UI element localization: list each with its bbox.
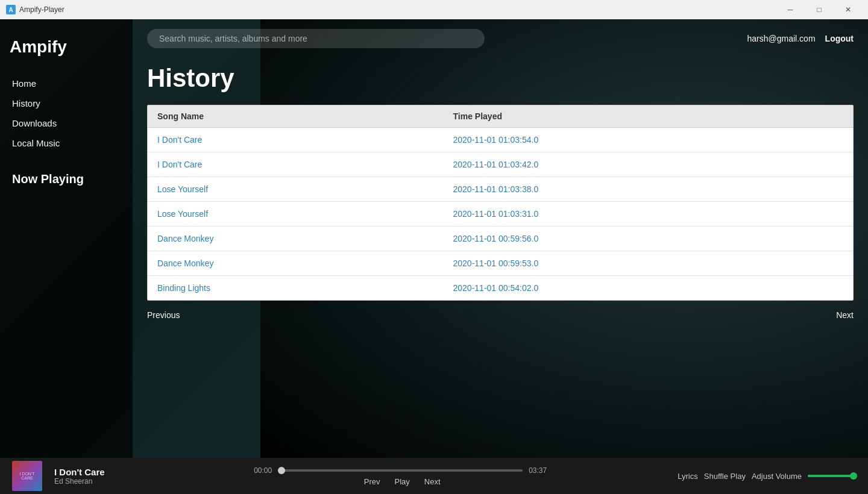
player-progress-row: 00:00 03:37: [139, 466, 665, 475]
sidebar-logo: Ampify: [10, 37, 123, 57]
current-time: 00:00: [254, 466, 275, 475]
player-controls: 00:00 03:37 Prev Play Next: [139, 466, 665, 486]
next-button[interactable]: Next: [836, 310, 854, 320]
album-art-text: I DON'T CARE: [13, 472, 41, 480]
play-button[interactable]: Play: [394, 477, 409, 486]
total-time: 03:37: [529, 466, 550, 475]
table-header-row: Song Name Time Played: [148, 105, 853, 128]
player-buttons-row: Prev Play Next: [364, 477, 441, 486]
song-name-cell: Dance Monkey: [148, 251, 444, 276]
logout-button[interactable]: Logout: [825, 34, 854, 43]
progress-handle[interactable]: [278, 467, 285, 474]
album-art: I DON'T CARE: [12, 461, 42, 491]
table-row[interactable]: Binding Lights2020-11-01 00:54:02.0: [148, 276, 853, 301]
header-user: harsh@gmail.com Logout: [747, 34, 854, 43]
next-button[interactable]: Next: [424, 477, 441, 486]
table-row[interactable]: Lose Yourself2020-11-01 01:03:31.0: [148, 202, 853, 227]
player-info: I Don't Care Ed Sheeran: [54, 467, 127, 486]
time-played-cell: 2020-11-01 01:03:31.0: [444, 202, 853, 227]
player-right: Lyrics Shuffle Play Adjust Volume: [678, 472, 856, 481]
song-name-cell: I Don't Care: [148, 128, 444, 152]
player-bar: I DON'T CARE I Don't Care Ed Sheeran 00:…: [0, 458, 868, 494]
song-name-cell: Binding Lights: [148, 276, 444, 301]
table-row[interactable]: I Don't Care2020-11-01 01:03:54.0: [148, 128, 853, 152]
history-table: Song Name Time Played I Don't Care2020-1…: [148, 105, 853, 300]
volume-label: Adjust Volume: [752, 472, 802, 481]
col-time-played: Time Played: [444, 105, 853, 128]
volume-bar[interactable]: [808, 475, 856, 477]
time-played-cell: 2020-11-01 01:03:38.0: [444, 177, 853, 202]
app-icon: A: [6, 5, 16, 14]
table-row[interactable]: Lose Yourself2020-11-01 01:03:38.0: [148, 177, 853, 202]
table-row[interactable]: Dance Monkey2020-11-01 00:59:56.0: [148, 227, 853, 251]
maximize-button[interactable]: □: [805, 0, 833, 19]
song-name-cell: Dance Monkey: [148, 227, 444, 251]
sidebar-item-home[interactable]: Home: [10, 75, 123, 92]
sidebar-item-downloads[interactable]: Downloads: [10, 114, 123, 132]
page-title: History: [133, 58, 868, 105]
table-row[interactable]: I Don't Care2020-11-01 01:03:42.0: [148, 152, 853, 177]
now-playing-label: Now Playing: [10, 169, 123, 190]
titlebar-title: Ampify-Player: [19, 5, 776, 14]
app-body: Ampify Home History Downloads Local Musi…: [0, 19, 868, 494]
history-table-container: Song Name Time Played I Don't Care2020-1…: [147, 105, 854, 301]
col-song-name: Song Name: [148, 105, 444, 128]
user-email: harsh@gmail.com: [747, 34, 816, 43]
titlebar: A Ampify-Player ─ □ ✕: [0, 0, 868, 19]
table-row[interactable]: Dance Monkey2020-11-01 00:59:53.0: [148, 251, 853, 276]
song-name-cell: Lose Yourself: [148, 202, 444, 227]
volume-fill: [808, 475, 851, 477]
song-name-cell: Lose Yourself: [148, 177, 444, 202]
pagination: Previous Next: [133, 301, 868, 330]
sidebar-item-history[interactable]: History: [10, 95, 123, 112]
volume-handle[interactable]: [850, 472, 857, 480]
time-played-cell: 2020-11-01 00:54:02.0: [444, 276, 853, 301]
close-button[interactable]: ✕: [834, 0, 862, 19]
song-name-cell: I Don't Care: [148, 152, 444, 177]
main-content: harsh@gmail.com Logout History Song Name…: [133, 19, 868, 494]
player-song-name: I Don't Care: [54, 467, 127, 477]
progress-bar[interactable]: [281, 469, 523, 472]
shuffle-button[interactable]: Shuffle Play: [704, 472, 746, 481]
player-artist: Ed Sheeran: [54, 477, 127, 486]
sidebar-nav: Home History Downloads Local Music: [10, 75, 123, 152]
album-art-inner: I DON'T CARE: [12, 461, 42, 491]
time-played-cell: 2020-11-01 00:59:56.0: [444, 227, 853, 251]
search-input[interactable]: [147, 29, 485, 48]
header: harsh@gmail.com Logout: [133, 19, 868, 58]
time-played-cell: 2020-11-01 01:03:42.0: [444, 152, 853, 177]
time-played-cell: 2020-11-01 00:59:53.0: [444, 251, 853, 276]
minimize-button[interactable]: ─: [776, 0, 804, 19]
prev-button[interactable]: Prev: [364, 477, 380, 486]
window-controls: ─ □ ✕: [776, 0, 862, 19]
time-played-cell: 2020-11-01 01:03:54.0: [444, 128, 853, 152]
sidebar-item-local-music[interactable]: Local Music: [10, 134, 123, 152]
sidebar: Ampify Home History Downloads Local Musi…: [0, 19, 133, 494]
previous-button[interactable]: Previous: [147, 310, 180, 320]
lyrics-button[interactable]: Lyrics: [678, 472, 697, 481]
